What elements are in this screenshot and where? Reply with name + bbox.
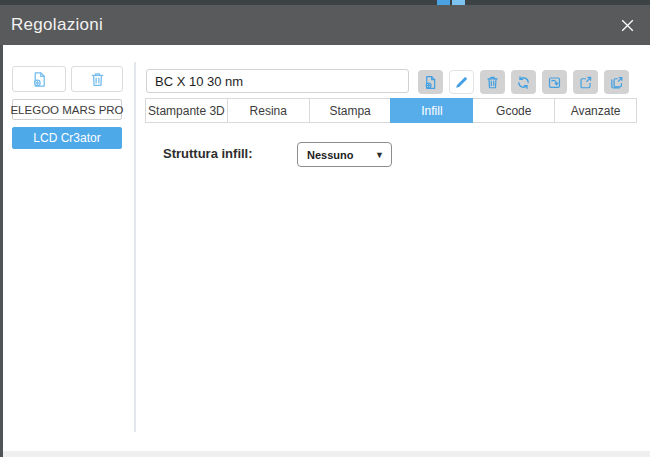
printer-profile-lcd-cr3ator[interactable]: LCD Cr3ator: [12, 127, 122, 149]
export-all-profiles-button[interactable]: [604, 70, 629, 94]
export-profile-button[interactable]: [573, 70, 598, 94]
delete-printer-button[interactable]: [71, 66, 123, 92]
refresh-icon: [516, 75, 531, 90]
rename-profile-button[interactable]: [449, 70, 474, 94]
trash-icon: [485, 75, 500, 90]
tab-label: Stampa: [329, 104, 370, 118]
dialog-titlebar: Regolazioni: [0, 5, 650, 45]
chevron-down-icon: ▼: [375, 150, 384, 160]
add-printer-button[interactable]: [12, 66, 66, 92]
window-bottom-edge: [3, 451, 650, 457]
printer-profile-label: ELEGOO MARS PRO: [10, 104, 123, 116]
reset-profile-button[interactable]: [511, 70, 536, 94]
profile-toolbar: [418, 70, 629, 94]
add-profile-button[interactable]: [418, 70, 443, 94]
export-all-icon: [609, 75, 624, 90]
import-icon: [547, 75, 562, 90]
settings-tabs: Stampante 3D Resina Stampa Infill Gcode …: [145, 98, 637, 123]
tab-label: Stampante 3D: [148, 104, 225, 118]
close-icon: [619, 17, 636, 34]
export-icon: [578, 75, 593, 90]
sidebar-divider: [134, 62, 136, 432]
tab-resina[interactable]: Resina: [227, 98, 310, 123]
window-left-edge: [0, 45, 3, 457]
file-plus-icon: [423, 75, 438, 90]
tab-gcode[interactable]: Gcode: [472, 98, 555, 123]
tab-infill[interactable]: Infill: [390, 98, 473, 123]
infill-structure-label: Struttura infill:: [163, 146, 253, 161]
trash-icon: [89, 71, 106, 88]
import-profile-button[interactable]: [542, 70, 567, 94]
close-button[interactable]: [612, 11, 642, 39]
tab-label: Avanzate: [571, 104, 621, 118]
printer-profile-elegoo-mars-pro[interactable]: ELEGOO MARS PRO: [12, 99, 122, 120]
tab-stampante-3d[interactable]: Stampante 3D: [145, 98, 228, 123]
tab-label: Resina: [250, 104, 287, 118]
dialog-title: Regolazioni: [11, 15, 103, 35]
file-plus-icon: [31, 71, 48, 88]
delete-profile-button[interactable]: [480, 70, 505, 94]
printer-profile-label: LCD Cr3ator: [33, 131, 100, 145]
tab-stampa[interactable]: Stampa: [309, 98, 392, 123]
dropdown-selected-value: Nessuno: [307, 149, 375, 161]
settings-dialog: Regolazioni E: [0, 0, 650, 457]
pencil-icon: [454, 75, 469, 90]
infill-structure-dropdown[interactable]: Nessuno ▼: [297, 142, 392, 167]
tab-avanzate[interactable]: Avanzate: [554, 98, 637, 123]
tab-label: Infill: [421, 104, 442, 118]
profile-name-input[interactable]: [146, 69, 409, 93]
tab-label: Gcode: [496, 104, 531, 118]
